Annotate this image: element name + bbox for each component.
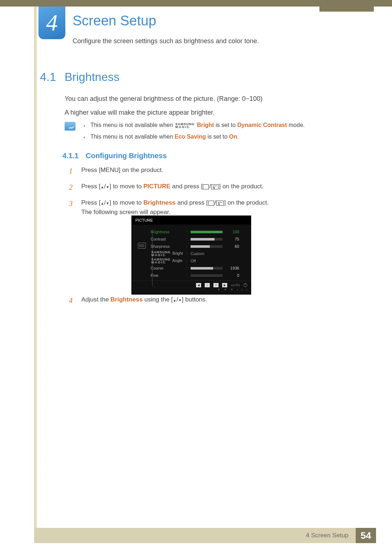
osd-slider-bar: [191, 245, 222, 248]
osd-row: Brightness:100: [151, 228, 246, 235]
enter-return-icon: [211, 184, 219, 189]
section-paragraph-1: You can adjust the general brightness of…: [65, 94, 262, 104]
osd-colon: :: [186, 251, 188, 256]
step-number: 1: [69, 165, 75, 177]
chapter-badge: 4: [38, 7, 65, 39]
enter-box-icon: [203, 184, 209, 189]
osd-nav-plus-icon: +: [213, 283, 219, 287]
osd-nav-auto-label: AUTO: [231, 283, 240, 287]
osd-nav-sub-icon: ▼: [217, 288, 220, 291]
down-arrow-icon: [178, 296, 182, 303]
footer-page-number: 54: [356, 528, 376, 543]
osd-row-label: Sharpness: [151, 244, 184, 249]
step-3: 3 Press [/] to move to Brightness and pr…: [69, 198, 359, 217]
osd-row-value: 60: [227, 244, 239, 249]
step-text: Press [/] to move to Brightness and pres…: [81, 198, 269, 217]
osd-slider-bar: [191, 238, 222, 241]
osd-row-value: 75: [227, 237, 239, 241]
left-gutter: [34, 7, 37, 528]
subsection-heading: 4.1.1 Configuring Brightness: [62, 152, 167, 160]
osd-row-label: SAMSUNGMAGIC Bright: [151, 251, 184, 257]
down-arrow-icon: [106, 183, 110, 190]
osd-row: Fine:0: [151, 272, 246, 279]
section-paragraph-2: A higher value will make the picture app…: [65, 108, 215, 118]
osd-slider-fill: [191, 238, 215, 241]
osd-row-value: 0: [227, 273, 239, 278]
header-notch: [319, 0, 374, 12]
osd-row-label: Fine: [151, 273, 184, 278]
bullet-icon: •: [83, 134, 85, 141]
osd-category-icon-col: [137, 228, 147, 279]
header-bar: [0, 0, 392, 7]
osd-row: Coarse:1936: [151, 264, 246, 272]
step-number: 4: [69, 295, 75, 306]
chapter-number: 4: [46, 9, 58, 36]
osd-colon: :: [186, 273, 188, 278]
up-arrow-icon: [101, 183, 104, 190]
enter-return-icon: [216, 201, 224, 206]
osd-row: Contrast:75: [151, 235, 246, 243]
osd-nav-sub-icon: •: [246, 288, 247, 291]
chapter-description: Configure the screen settings such as br…: [73, 36, 259, 46]
osd-row: SAMSUNGMAGIC Angle:Off: [151, 257, 246, 264]
osd-colon: :: [186, 237, 188, 241]
step-number: 2: [69, 182, 75, 193]
osd-nav-left-icon: ◄: [196, 283, 201, 287]
osd-nav-sub-icon: ▼: [224, 288, 227, 291]
step-text: Adjust the Brightness using the [/] butt…: [81, 295, 207, 304]
osd-row-value: 1936: [227, 266, 239, 270]
osd-nav-bar: ◄ − + ► AUTO ▼ ▼ ▼ • • •: [132, 280, 251, 294]
osd-row-value: 100: [227, 230, 239, 234]
osd-row-label: Contrast: [151, 237, 184, 241]
note-list: • This menu is not available when SAMSUN…: [83, 122, 305, 145]
subsection-title: Configuring Brightness: [86, 152, 167, 160]
up-arrow-icon: [101, 199, 104, 206]
step-2: 2 Press [/] to move to PICTURE and press…: [69, 182, 359, 193]
osd-nav-sub-icon: •: [241, 288, 242, 291]
footer-bar: 4 Screen Setup 54: [34, 528, 376, 543]
osd-colon: :: [186, 244, 188, 249]
osd-menu: PICTURE Brightness:100Contrast:75Sharpne…: [131, 216, 251, 295]
osd-row: Sharpness:60: [151, 243, 246, 250]
osd-body: Brightness:100Contrast:75Sharpness:60SAM…: [132, 225, 251, 280]
section-number: 4.1: [40, 70, 56, 84]
osd-nav-minus-icon: −: [205, 283, 210, 287]
chapter-title: Screen Setup: [73, 13, 156, 29]
osd-row-value: Off: [191, 259, 196, 263]
osd-row-label: Coarse: [151, 266, 184, 270]
down-arrow-icon: [106, 199, 110, 206]
osd-slider-fill: [191, 231, 222, 233]
section-title: Brightness: [65, 70, 119, 84]
osd-colon: :: [186, 259, 188, 263]
note-text: This menu is not available when SAMSUNGM…: [90, 122, 305, 128]
enter-box-icon: [208, 201, 214, 206]
osd-slider-fill: [191, 267, 213, 270]
picture-category-icon: [138, 243, 146, 249]
step-text: Press [MENU] on the product.: [81, 165, 163, 175]
osd-slider-fill: [191, 245, 210, 248]
note-icon: [65, 122, 75, 131]
note-item-1: • This menu is not available when SAMSUN…: [83, 122, 305, 130]
osd-row-label: Brightness: [151, 230, 184, 234]
step-1: 1 Press [MENU] on the product.: [69, 165, 359, 177]
power-icon: [244, 283, 247, 287]
step-number: 3: [69, 198, 75, 209]
osd-colon: :: [186, 266, 188, 270]
osd-row: SAMSUNGMAGIC Bright:Custom: [151, 250, 246, 257]
samsung-magic-logo: SAMSUNGMAGIC: [175, 123, 195, 128]
bullet-icon: •: [83, 122, 85, 130]
osd-row-value: Custom: [191, 251, 204, 256]
osd-slider-bar: [191, 274, 222, 277]
footer-chapter-label: 4 Screen Setup: [306, 532, 348, 539]
osd-nav-sub-icon: ▼: [230, 288, 233, 291]
osd-colon: :: [186, 230, 188, 234]
osd-rows: Brightness:100Contrast:75Sharpness:60SAM…: [151, 228, 246, 279]
osd-slider-bar: [191, 267, 222, 270]
note-text: This menu is not available when Eco Savi…: [90, 134, 239, 140]
osd-nav-sub-icon: •: [237, 288, 238, 291]
note-block: • This menu is not available when SAMSUN…: [65, 122, 359, 145]
up-arrow-icon: [173, 296, 176, 303]
step-4: 4 Adjust the Brightness using the [/] bu…: [69, 295, 359, 306]
osd-title: PICTURE: [132, 216, 251, 225]
step-text: Press [/] to move to PICTURE and press […: [81, 182, 264, 191]
